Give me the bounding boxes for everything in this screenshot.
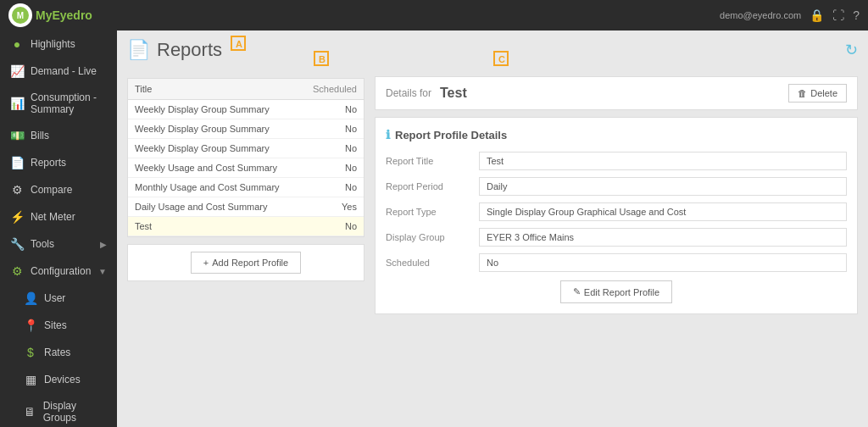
delete-label: Delete — [810, 88, 837, 98]
sidebar-label-sites: Sites — [44, 319, 67, 331]
sidebar-label-devices: Devices — [44, 374, 81, 385]
sidebar-item-display-groups[interactable]: 🖥 Display Groups — [0, 393, 117, 427]
form-value: Single Display Group Graphical Usage and… — [479, 202, 847, 221]
report-title-cell: Monthly Usage and Cost Summary — [128, 178, 301, 197]
reports-table-wrapper: Title Scheduled Weekly Display Group Sum… — [127, 78, 364, 237]
sidebar-item-devices[interactable]: ▦ Devices — [0, 366, 117, 393]
user-icon: 👤 — [24, 291, 37, 305]
highlights-icon: ● — [10, 37, 24, 51]
question-icon[interactable]: ? — [853, 8, 860, 22]
sidebar-label-reports: Reports — [31, 157, 66, 169]
tools-icon: 🔧 — [10, 237, 24, 251]
form-label: Report Type — [386, 207, 479, 217]
sidebar-item-bills[interactable]: 💵 Bills — [0, 122, 117, 149]
profile-details-title: ℹ Report Profile Details — [386, 128, 847, 141]
form-row: Display Group EYER 3 Office Mains — [386, 228, 847, 247]
table-row[interactable]: Daily Usage and Cost Summary Yes — [128, 197, 364, 217]
form-value: Daily — [479, 177, 847, 196]
form-label: Scheduled — [386, 258, 479, 268]
scheduled-cell: No — [301, 139, 364, 158]
topbar-left: M MyEyedro — [8, 3, 92, 27]
page-header: 📄 Reports A ↻ — [127, 39, 858, 61]
scheduled-cell: Yes — [301, 197, 364, 217]
add-report-profile-button[interactable]: + Add Report Profile — [191, 252, 301, 274]
sidebar-item-configuration[interactable]: ⚙ Configuration ▼ — [0, 258, 117, 285]
delete-icon: 🗑 — [798, 88, 807, 98]
topbar: M MyEyedro demo@eyedro.com 🔒 ⛶ ? — [0, 0, 868, 30]
annotation-b: B — [314, 51, 329, 66]
sidebar-item-rates[interactable]: $ Rates — [0, 339, 117, 366]
table-row[interactable]: Weekly Display Group Summary No — [128, 139, 364, 158]
sidebar-item-compare[interactable]: ⚙ Compare — [0, 176, 117, 203]
scheduled-cell: No — [301, 100, 364, 119]
sidebar-item-highlights[interactable]: ● Highlights — [0, 30, 117, 58]
table-row[interactable]: Weekly Display Group Summary No — [128, 100, 364, 119]
form-rows: Report Title Test Report Period Daily Re… — [386, 152, 847, 272]
detail-header: Details for Test 🗑 Delete — [375, 76, 858, 110]
right-panel: C Details for Test 🗑 Delete — [375, 69, 858, 314]
form-value: Test — [479, 152, 847, 170]
scheduled-cell: No — [301, 178, 364, 197]
expand-icon[interactable]: ⛶ — [832, 8, 844, 22]
bills-icon: 💵 — [10, 129, 24, 142]
refresh-icon[interactable]: ↻ — [845, 41, 858, 59]
col-scheduled: Scheduled — [301, 79, 364, 100]
sidebar-label-compare: Compare — [31, 184, 72, 196]
annotation-c: C — [493, 51, 509, 66]
report-title-cell: Weekly Display Group Summary — [128, 139, 301, 158]
left-panel: B Title Scheduled Weekly Display Group S… — [127, 69, 364, 314]
sidebar-item-sites[interactable]: 📍 Sites — [0, 312, 117, 339]
user-email: demo@eyedro.com — [720, 10, 801, 20]
table-row[interactable]: Monthly Usage and Cost Summary No — [128, 178, 364, 197]
annotation-a: A — [231, 36, 246, 51]
config-icon: ⚙ — [10, 264, 24, 278]
sidebar-label-consumption: Consumption - Summary — [31, 92, 107, 115]
report-title-cell: Weekly Display Group Summary — [128, 119, 301, 139]
form-label: Report Title — [386, 156, 479, 166]
logo: M MyEyedro — [8, 3, 92, 27]
report-title-cell: Test — [128, 217, 301, 236]
table-row[interactable]: Test No — [128, 217, 364, 236]
sidebar-item-reports[interactable]: 📄 Reports — [0, 149, 117, 176]
plus-icon: + — [203, 258, 209, 268]
netmeter-icon: ⚡ — [10, 210, 24, 224]
add-button-wrapper: + Add Report Profile — [127, 244, 364, 281]
logo-icon: M — [8, 3, 32, 27]
sidebar-label-user: User — [44, 292, 65, 304]
tools-arrow: ▶ — [100, 240, 107, 249]
svg-text:M: M — [17, 11, 24, 20]
sidebar-item-user[interactable]: 👤 User — [0, 285, 117, 312]
display-groups-icon: 🖥 — [24, 405, 36, 419]
delete-button[interactable]: 🗑 Delete — [788, 84, 847, 103]
form-value: No — [479, 253, 847, 272]
sidebar-label-configuration: Configuration — [31, 265, 91, 277]
sidebar-label-display-groups: Display Groups — [43, 400, 107, 424]
sidebar-item-tools[interactable]: 🔧 Tools ▶ — [0, 230, 117, 258]
detail-header-left: Details for Test — [386, 86, 467, 101]
col-title: Title — [128, 79, 301, 100]
table-row[interactable]: Weekly Display Group Summary No — [128, 119, 364, 139]
rates-icon: $ — [24, 346, 37, 359]
profile-details: ℹ Report Profile Details Report Title Te… — [375, 117, 858, 314]
lock-icon[interactable]: 🔒 — [810, 8, 824, 22]
details-for-label: Details for — [386, 87, 431, 99]
report-title-cell: Weekly Display Group Summary — [128, 100, 301, 119]
sidebar-label-netmeter: Net Meter — [31, 211, 75, 223]
form-row: Report Type Single Display Group Graphic… — [386, 202, 847, 221]
sidebar-label-rates: Rates — [44, 347, 70, 358]
sidebar-item-netmeter[interactable]: ⚡ Net Meter — [0, 203, 117, 230]
main-layout: ● Highlights 📈 Demand - Live 📊 Consumpti… — [0, 30, 868, 427]
table-row[interactable]: Weekly Usage and Cost Summary No — [128, 158, 364, 178]
sidebar-label-highlights: Highlights — [31, 38, 75, 50]
form-row: Report Title Test — [386, 152, 847, 170]
two-column-layout: B Title Scheduled Weekly Display Group S… — [127, 69, 858, 314]
sidebar-item-consumption[interactable]: 📊 Consumption - Summary — [0, 85, 117, 122]
sidebar-item-demand-live[interactable]: 📈 Demand - Live — [0, 58, 117, 85]
devices-icon: ▦ — [24, 373, 37, 386]
edit-label: Edit Report Profile — [584, 287, 659, 297]
form-row: Scheduled No — [386, 253, 847, 272]
config-arrow: ▼ — [98, 267, 107, 276]
edit-report-profile-button[interactable]: ✎ Edit Report Profile — [560, 280, 672, 303]
logo-eyedro: Eyedro — [52, 8, 92, 22]
edit-icon: ✎ — [573, 286, 581, 297]
